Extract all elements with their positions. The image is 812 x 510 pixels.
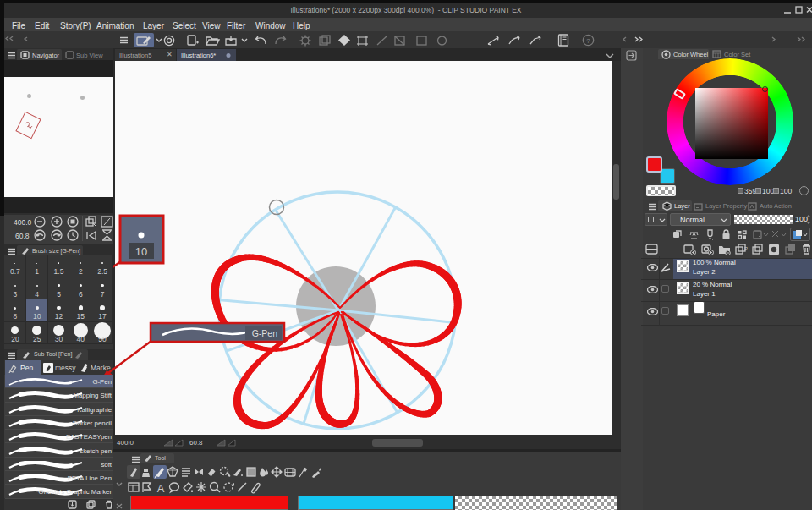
svg-text:G-Pen: G-Pen: [252, 328, 278, 338]
svg-text:?: ?: [586, 37, 590, 45]
svg-text:10: 10: [135, 245, 147, 258]
svg-text:P: P: [744, 246, 748, 251]
svg-text:A: A: [157, 482, 165, 495]
